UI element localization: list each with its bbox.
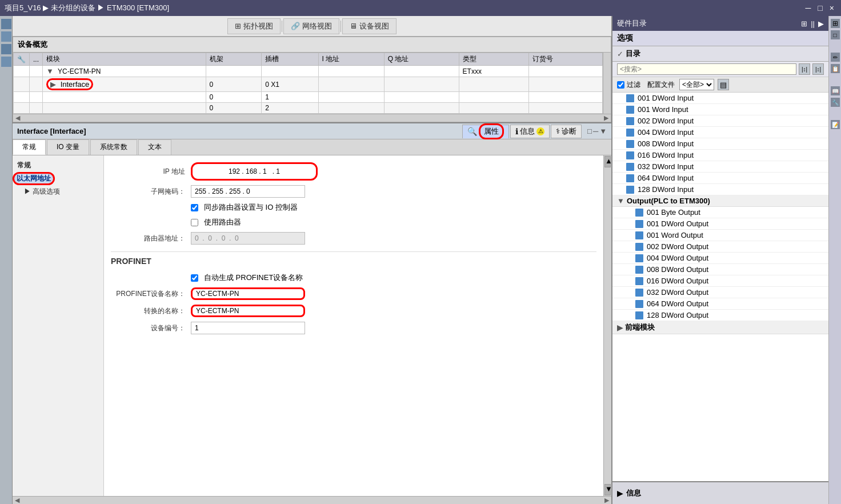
form-row-converted-name: 转换的名称： [111,305,596,317]
catalog-search-input[interactable] [617,63,796,75]
right-content: IP 地址 子网掩码： [104,155,603,496]
catalog-item-016-dword-output[interactable]: 016 DWord Output [612,275,828,287]
interface-module-name: ▶ Interface [43,77,206,92]
device-hscrollbar[interactable]: ◀ ▶ [13,114,611,122]
table-row[interactable]: 0 2 [14,103,603,114]
right-icon-6[interactable]: 🔧 [831,98,840,107]
filter-row: 过滤 配置文件 <全部> ▤ [612,77,828,93]
config-label: 配置文件 [647,80,675,90]
interface-hscrollbar[interactable]: ◀ ▶ [13,496,611,504]
left-nav-item-ethernet[interactable]: 以太网地址 [13,172,55,185]
right-icon-3[interactable]: ✏ [831,53,840,62]
catalog-item-001-word-output[interactable]: 001 Word Output [612,230,828,241]
catalog-item-008-dword-input[interactable]: 008 DWord Input [612,138,828,150]
vscroll-up[interactable]: ▲ [604,156,611,167]
panel-minimize-icon[interactable]: ─ [593,127,598,135]
front-module-section[interactable]: ▶ 前端模块 [612,321,828,334]
network-view-button[interactable]: 🔗 网络视图 [283,18,339,34]
module-name: ▼ YC-ECTM-PN [43,66,206,77]
subnet-input[interactable] [191,185,305,198]
topology-view-button[interactable]: ⊞ 拓扑视图 [227,18,281,34]
device-num-input[interactable] [191,322,305,334]
device-name-input[interactable] [191,287,305,300]
converted-name-label: 转换的名称： [111,306,191,316]
title-bar-buttons[interactable]: ─ □ × [803,3,836,13]
table-row[interactable]: ▼ YC-ECTM-PN ETxxx [14,66,603,77]
catalog-item-128-dword-output[interactable]: 128 DWord Output [612,310,828,321]
catalog-item-001-dword-output[interactable]: 001 DWord Output [612,218,828,230]
left-nav-item-advanced[interactable]: ▶ 高级选项 [13,185,103,198]
properties-tab[interactable]: 🔍 属性 [462,125,509,138]
catalog-item-004-dword-input[interactable]: 004 DWord Input [612,127,828,138]
panel-down-icon[interactable]: ▼ [599,127,607,135]
expand-icon[interactable]: ▶ [617,489,623,498]
breadcrumb: 项目5_V16 ▶ 未分组的设备 ▶ ETM300 [ETM300] [5,3,169,13]
interface-panel: Interface [Interface] 🔍 属性 ℹ 信息 ⚠ ⚕ 诊断 [13,122,611,504]
right-icon-5[interactable]: 📖 [831,86,840,95]
router-label: 路由器地址： [111,234,191,243]
item-icon [635,243,643,251]
close-button[interactable]: × [827,3,836,13]
filter-icon-btn[interactable]: ▤ [718,79,729,90]
catalog-item-004-dword-output[interactable]: 004 DWord Output [612,253,828,264]
catalog-item-032-dword-input[interactable]: 032 DWord Input [612,161,828,173]
vscroll-down[interactable]: ▼ [604,484,611,495]
search-btn-1[interactable]: |↕| [799,63,810,75]
table-row-interface[interactable]: ▶ Interface 0 0 X1 [14,77,603,92]
catalog-item-001-word-input[interactable]: 001 Word Input [612,104,828,115]
router-input[interactable] [191,232,305,245]
catalog-item-032-dword-output[interactable]: 032 DWord Output [612,287,828,298]
left-icon-4[interactable] [1,57,11,67]
catalog-item-001-dword-input[interactable]: 001 DWord Input [612,93,828,104]
catalog-header: ✓ 目录 [612,46,828,62]
catalog-item-002-dword-input[interactable]: 002 DWord Input [612,115,828,127]
maximize-button[interactable]: □ [815,3,824,13]
interface-header: Interface [Interface] 🔍 属性 ℹ 信息 ⚠ ⚕ 诊断 [13,123,611,139]
catalog-item-016-dword-input[interactable]: 016 DWord Input [612,150,828,161]
converted-name-input[interactable] [191,305,305,317]
diagnostics-tab[interactable]: ⚕ 诊断 [551,125,582,138]
left-icon-3[interactable] [1,44,11,54]
left-icon-2[interactable] [1,31,11,42]
right-icon-4[interactable]: 📋 [831,64,840,73]
filter-checkbox[interactable] [617,81,624,89]
sidebar-icon-btn-3[interactable]: ▶ [818,19,824,28]
item-icon [626,163,634,171]
tab-io-variables[interactable]: IO 变量 [47,139,89,155]
sync-checkbox[interactable] [191,204,198,211]
use-router-checkbox[interactable] [191,219,198,226]
table-row[interactable]: 0 1 [14,92,603,103]
tab-general[interactable]: 常规 [13,139,46,155]
panel-restore-icon[interactable]: □ [587,127,592,135]
catalog-item-128-dword-input[interactable]: 128 DWord Input [612,184,828,195]
catalog-item-064-dword-input[interactable]: 064 DWord Input [612,173,828,184]
device-num-label: 设备编号： [111,323,191,333]
catalog-search-row: |↕| |↕| [612,62,828,77]
catalog-expand-icon[interactable]: ✓ [617,50,623,58]
right-icon-1[interactable]: ⊞ [831,19,840,28]
left-nav-section-general: 常规 [13,159,103,172]
device-view-button[interactable]: 🖥 设备视图 [342,18,397,34]
catalog-item-008-dword-output[interactable]: 008 DWord Output [612,264,828,275]
catalog-item-002-dword-output[interactable]: 002 DWord Output [612,241,828,253]
tab-text[interactable]: 文本 [138,139,171,155]
right-icon-2[interactable]: □ [831,30,840,39]
config-select[interactable]: <全部> [679,79,714,90]
right-icon-7[interactable]: 📝 [831,120,840,129]
sidebar-icon-btn-2[interactable]: || [811,19,815,28]
catalog-item-064-dword-output[interactable]: 064 DWord Output [612,298,828,310]
catalog-item-001-byte-output[interactable]: 001 Byte Output [612,207,828,218]
device-vscrollbar[interactable] [603,53,611,114]
left-icon-1[interactable] [1,19,11,29]
sidebar-icon-btn-1[interactable]: ⊞ [801,19,807,28]
auto-gen-checkbox[interactable] [191,274,198,282]
toolbar-sep-2 [341,21,341,32]
item-icon [635,231,643,239]
ip-input[interactable] [197,165,311,178]
info-tab[interactable]: ℹ 信息 ⚠ [510,125,550,138]
minimize-button[interactable]: ─ [803,3,813,13]
search-btn-2[interactable]: |↕| [812,63,824,75]
tab-system-constants[interactable]: 系统常数 [90,139,137,155]
right-sidebar-title: 硬件目录 [617,18,647,29]
output-section[interactable]: ▼ Output(PLC to ETM300) [612,195,828,207]
